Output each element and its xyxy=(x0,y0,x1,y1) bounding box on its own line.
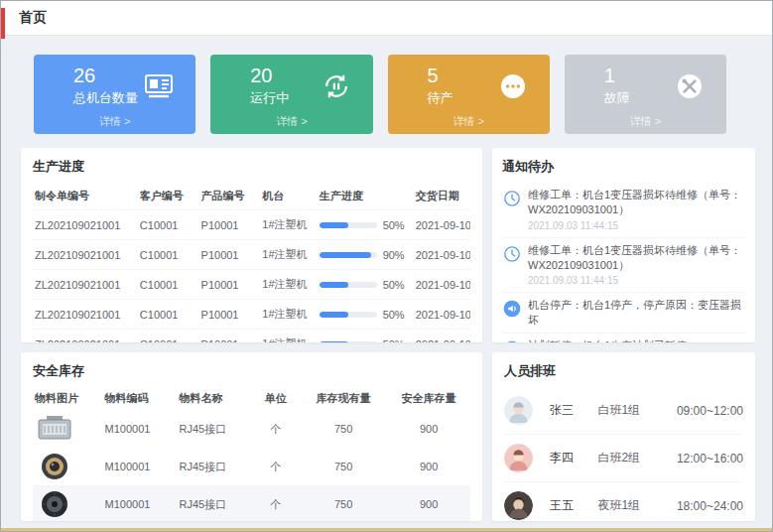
cell-date: 2021-09-10 xyxy=(414,330,470,343)
avatar xyxy=(504,491,533,520)
inventory-row[interactable]: M100001 RJ45接口 个 750 900 xyxy=(33,485,470,521)
panel-title-inventory: 安全库存 xyxy=(33,362,470,380)
col-progress: 生产进度 xyxy=(318,183,414,210)
dashboard-page: 首页 26 总机台数量 详情 > 20 运行中 xyxy=(0,0,773,532)
cell-safety-stock: 900 xyxy=(387,448,470,485)
shift-label: 白班1组 xyxy=(597,402,677,419)
bottom-edge-accent xyxy=(1,528,772,531)
cell-material-code: M100001 xyxy=(103,485,178,521)
inventory-row[interactable]: M100001 RJ45接口 个 750 900 xyxy=(33,448,470,485)
cell-progress: 50% xyxy=(318,330,414,343)
notification-text: 计划暂停：机台1生产计划已暂停 xyxy=(528,338,687,342)
schedule-row[interactable]: 李四 白班2组 12:00~16:00 xyxy=(504,435,743,482)
col-product: 产品编号 xyxy=(199,183,261,210)
detail-link[interactable]: 详情 > xyxy=(579,111,712,131)
production-row[interactable]: ZL202109021001 C10001 P10001 1#注塑机 50% 2… xyxy=(33,270,470,300)
cell-product: P10001 xyxy=(199,270,261,300)
cell-safety-stock: 900 xyxy=(387,410,470,448)
col-material-image: 物料图片 xyxy=(33,387,103,410)
panel-title-production: 生产进度 xyxy=(33,158,470,176)
cell-material-name: RJ45接口 xyxy=(178,485,252,521)
stat-card-running[interactable]: 20 运行中 详情 > xyxy=(210,55,372,134)
cell-material-name: RJ45接口 xyxy=(178,410,252,448)
col-material-code: 物料编码 xyxy=(103,387,178,410)
cell-stock: 750 xyxy=(300,410,387,448)
production-progress-panel: 生产进度 制令单编号 客户编号 产品编号 机台 生产进度 交货日期 ZL2021… xyxy=(21,148,482,342)
stat-label: 待产 xyxy=(428,89,453,107)
cell-order-no: ZL202109021001 xyxy=(33,210,138,240)
stat-card-fault[interactable]: 1 故障 详情 > xyxy=(565,55,726,134)
col-material-name: 物料名称 xyxy=(178,387,252,410)
cell-material-code: M100001 xyxy=(103,448,178,485)
notification-time: 2021.09.03 11:44:15 xyxy=(528,219,745,232)
col-machine: 机台 xyxy=(260,183,317,210)
progress-bar xyxy=(320,341,377,343)
cell-machine: 1#注塑机 xyxy=(260,270,317,300)
cell-order-no: ZL202109021001 xyxy=(33,240,138,270)
shift-time: 18:00~24:00 xyxy=(677,499,743,513)
cell-customer: C10001 xyxy=(138,210,199,240)
detail-link[interactable]: 详情 > xyxy=(402,111,536,131)
speaker-part-image xyxy=(35,489,74,519)
detail-link[interactable]: 详情 > xyxy=(224,111,358,131)
col-unit: 单位 xyxy=(251,387,300,410)
machine-icon xyxy=(142,69,176,103)
sync-icon xyxy=(320,69,353,103)
notification-item[interactable]: 计划暂停：机台1生产计划已暂停 2021.09.03 11:44:15 xyxy=(502,333,745,342)
progress-bar xyxy=(320,312,377,318)
page-header: 首页 xyxy=(1,1,772,36)
ellipsis-icon xyxy=(496,69,530,103)
cell-material-code: M100001 xyxy=(103,410,178,448)
stat-value: 20 xyxy=(250,65,289,87)
cell-order-no: ZL202109021001 xyxy=(33,300,138,330)
detail-link[interactable]: 详情 > xyxy=(48,111,182,131)
notification-text: 维修工单：机台1变压器损坏待维修（单号：WX202109031001） xyxy=(528,188,745,217)
notification-item[interactable]: 维修工单：机台1变压器损坏待维修（单号：WX202109031001） 2021… xyxy=(502,238,745,294)
col-customer: 客户编号 xyxy=(138,183,199,210)
cell-unit: 个 xyxy=(251,485,300,521)
person-name: 张三 xyxy=(550,402,597,419)
inventory-row[interactable]: M100001 RJ45接口 个 750 900 xyxy=(33,410,470,448)
stat-card-total-machines[interactable]: 26 总机台数量 详情 > xyxy=(34,55,195,134)
progress-bar xyxy=(320,222,377,228)
personnel-schedule-panel: 人员排班 张三 白班1组 09:00~12:00 李四 白班2组 12:00~1… xyxy=(492,352,755,521)
progress-label: 90% xyxy=(383,249,405,261)
rj45-connector-image xyxy=(35,414,74,444)
cell-safety-stock: 900 xyxy=(387,485,470,521)
cell-product: P10001 xyxy=(199,240,261,270)
notification-time: 2021.09.03 11:44:15 xyxy=(528,274,745,287)
notifications-panel: 通知待办 维修工单：机台1变压器损坏待维修（单号：WX202109031001）… xyxy=(492,148,755,342)
notification-item[interactable]: 维修工单：机台1变压器损坏待维修（单号：WX202109031001） 2021… xyxy=(502,183,745,238)
round-connector-image xyxy=(35,452,74,481)
content-grid: 生产进度 制令单编号 客户编号 产品编号 机台 生产进度 交货日期 ZL2021… xyxy=(21,148,755,521)
stat-card-waiting[interactable]: 5 待产 详情 > xyxy=(388,55,550,134)
production-row[interactable]: ZL202109021001 C10001 P10001 1#注塑机 90% 2… xyxy=(33,240,470,270)
clock-icon xyxy=(502,244,522,264)
cell-order-no: ZL202109021001 xyxy=(33,270,138,300)
production-table-header: 制令单编号 客户编号 产品编号 机台 生产进度 交货日期 xyxy=(33,183,470,210)
person-name: 王五 xyxy=(550,497,597,514)
stat-cards-row: 26 总机台数量 详情 > 20 运行中 详情 > xyxy=(34,55,726,134)
avatar xyxy=(504,396,533,425)
notification-item[interactable]: 机台停产：机台1停产，停产原因：变压器损坏 xyxy=(502,293,745,333)
inventory-table: 物料图片 物料编码 物料名称 单位 库存现有量 安全库存量 M100001 RJ… xyxy=(33,387,470,521)
shift-label: 夜班1组 xyxy=(597,497,677,514)
production-row[interactable]: ZL202109021001 C10001 P10001 1#注塑机 50% 2… xyxy=(33,210,470,240)
shift-time: 12:00~16:00 xyxy=(677,452,743,466)
stat-value: 5 xyxy=(428,65,453,87)
notification-text: 机台停产：机台1停产，停产原因：变压器损坏 xyxy=(528,298,745,328)
cell-product: P10001 xyxy=(199,330,261,343)
cell-product: P10001 xyxy=(199,300,261,330)
schedule-row[interactable]: 王五 夜班1组 18:00~24:00 xyxy=(504,482,743,521)
production-row[interactable]: ZL202109021001 C10001 P10001 1#注塑机 50% 2… xyxy=(33,300,470,330)
tools-icon xyxy=(673,69,707,103)
production-row[interactable]: ZL202109021001 C10001 P10001 1#注塑机 50% 2… xyxy=(33,330,470,343)
schedule-row[interactable]: 张三 白班1组 09:00~12:00 xyxy=(504,387,743,435)
page-title: 首页 xyxy=(19,9,47,27)
cell-unit: 个 xyxy=(251,410,300,448)
cell-date: 2021-09-10 xyxy=(414,270,470,300)
cell-progress: 50% xyxy=(318,270,414,300)
person-name: 李四 xyxy=(550,450,597,466)
progress-bar xyxy=(320,282,377,288)
col-safety-stock: 安全库存量 xyxy=(387,387,470,410)
